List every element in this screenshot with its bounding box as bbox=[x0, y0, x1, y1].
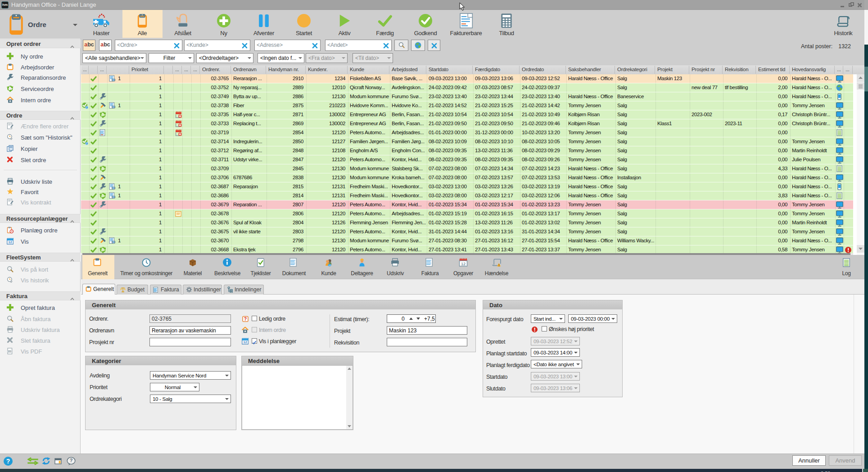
svg-text:?: ? bbox=[244, 316, 247, 322]
svg-text:?: ? bbox=[6, 458, 10, 465]
svg-text:?: ? bbox=[70, 458, 73, 463]
svg-text:12: 12 bbox=[461, 262, 466, 266]
svg-text:cd: cd bbox=[329, 264, 331, 266]
svg-text:12: 12 bbox=[243, 340, 247, 344]
svg-text:12: 12 bbox=[8, 240, 12, 244]
svg-text:PDF: PDF bbox=[8, 351, 11, 353]
